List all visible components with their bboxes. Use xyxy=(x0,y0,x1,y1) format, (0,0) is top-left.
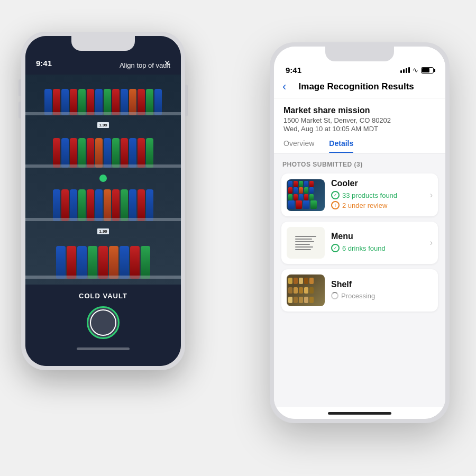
results-phone: 9:41 ∿ ‹ Image Recognitio xyxy=(270,42,450,423)
bottle xyxy=(138,89,145,115)
thumb-row xyxy=(288,200,323,209)
camera-time: 9:41 xyxy=(36,59,52,68)
bottle xyxy=(53,138,60,168)
bottle xyxy=(88,246,97,279)
menu-line xyxy=(295,241,314,242)
thumb-row xyxy=(288,187,323,194)
bottle xyxy=(109,246,118,279)
bottle xyxy=(77,246,87,279)
bottle xyxy=(146,138,153,168)
check-icon: ✓ xyxy=(331,244,340,252)
warn-icon: ! xyxy=(331,201,340,209)
bottles-layer: 1.99 1.99 1.99 xyxy=(25,75,181,285)
tab-details[interactable]: Details xyxy=(329,139,353,153)
menu-lines xyxy=(291,232,321,254)
processing-spinner xyxy=(331,292,338,299)
chevron-right-icon: › xyxy=(430,190,433,200)
tab-overview[interactable]: Overview xyxy=(283,139,314,153)
camera-viewport: 1.99 1.99 1.99 xyxy=(25,75,181,285)
bottle xyxy=(104,189,111,221)
bottle xyxy=(146,189,153,221)
shutter-button[interactable] xyxy=(87,306,120,339)
price-tag: 1.99 xyxy=(97,122,109,128)
power-button[interactable] xyxy=(185,85,188,116)
home-bar xyxy=(328,412,391,415)
bottle xyxy=(53,89,60,115)
bottle xyxy=(141,246,150,279)
thumb-row xyxy=(288,278,323,284)
check-icon: ✓ xyxy=(331,191,340,199)
bottle xyxy=(56,246,66,279)
bottle xyxy=(104,89,111,115)
bottle xyxy=(78,89,86,115)
thumb-row xyxy=(288,287,323,294)
cold-vault-label: COLD VAULT xyxy=(79,292,127,300)
menu-line xyxy=(295,236,316,237)
bottle xyxy=(98,246,108,279)
nav-bar: ‹ Image Recognition Results xyxy=(274,78,445,98)
menu-line xyxy=(295,249,311,250)
thumb-row xyxy=(288,297,323,303)
bottle xyxy=(138,138,145,168)
mission-name: Market share mission xyxy=(283,106,436,115)
bottle xyxy=(154,89,162,115)
back-button[interactable]: ‹ xyxy=(282,81,286,93)
cooler-thumbnail xyxy=(287,179,325,211)
shelf-title: Shelf xyxy=(331,280,433,289)
bottle xyxy=(87,189,94,221)
shelf-thumb-inner xyxy=(287,274,325,306)
bottle-row-3 xyxy=(25,189,181,221)
bottle xyxy=(112,189,120,221)
cooler-status-products: ✓ 33 products found xyxy=(331,191,427,199)
cooler-card[interactable]: Cooler ✓ 33 products found ! 2 under rev… xyxy=(281,173,438,216)
bottle xyxy=(95,189,103,221)
battery-icon xyxy=(421,67,434,74)
bottle xyxy=(95,138,103,168)
shutter-inner xyxy=(90,309,116,336)
thumb-row xyxy=(288,194,323,200)
bottle xyxy=(146,89,153,115)
menu-status-drinks: ✓ 6 drinks found xyxy=(331,244,427,252)
bottle xyxy=(44,89,52,115)
bottle xyxy=(129,138,136,168)
camera-phone: 9:41 × Align top of vault xyxy=(21,32,185,370)
volume-down-button[interactable] xyxy=(19,102,21,118)
menu-card-content: Menu ✓ 6 drinks found xyxy=(331,232,427,254)
bottle xyxy=(78,189,86,221)
volume-up-button[interactable] xyxy=(19,79,21,96)
nav-title: Image Recognition Results xyxy=(291,81,421,92)
cooler-card-content: Cooler ✓ 33 products found ! 2 under rev… xyxy=(331,179,427,211)
shelf-card-content: Shelf Processing xyxy=(331,280,433,301)
bottle xyxy=(120,246,129,279)
notch xyxy=(71,36,135,51)
shelf-card[interactable]: Shelf Processing xyxy=(281,269,438,312)
bottle xyxy=(138,189,145,221)
menu-thumbnail xyxy=(287,227,325,259)
menu-title: Menu xyxy=(331,232,427,241)
menu-line xyxy=(295,244,310,245)
camera-footer: COLD VAULT xyxy=(25,285,181,366)
photos-section: PHOTOS SUBMITTED (3) xyxy=(274,153,445,407)
bottle xyxy=(70,89,77,115)
mission-address: 1500 Market St, Denver, CO 80202 xyxy=(283,116,436,124)
wifi-icon: ∿ xyxy=(413,66,418,74)
bottle xyxy=(112,138,120,168)
home-indicator xyxy=(77,347,130,350)
bottle xyxy=(87,89,94,115)
tracking-dot xyxy=(99,175,107,182)
home-indicator xyxy=(274,407,445,419)
bottle xyxy=(104,138,111,168)
bottle-row-4 xyxy=(25,242,181,279)
notch xyxy=(325,47,394,61)
battery-fill xyxy=(422,68,429,72)
chevron-right-icon: › xyxy=(430,238,433,248)
align-instruction: Align top of vault xyxy=(120,61,170,69)
bottle xyxy=(112,89,120,115)
menu-card[interactable]: Menu ✓ 6 drinks found › xyxy=(281,222,438,264)
price-tag: 1.99 xyxy=(97,228,109,234)
bottle xyxy=(70,138,77,168)
bottle xyxy=(87,138,94,168)
bottle xyxy=(130,246,140,279)
bottle xyxy=(129,89,136,115)
status-icons: ∿ xyxy=(400,66,434,74)
